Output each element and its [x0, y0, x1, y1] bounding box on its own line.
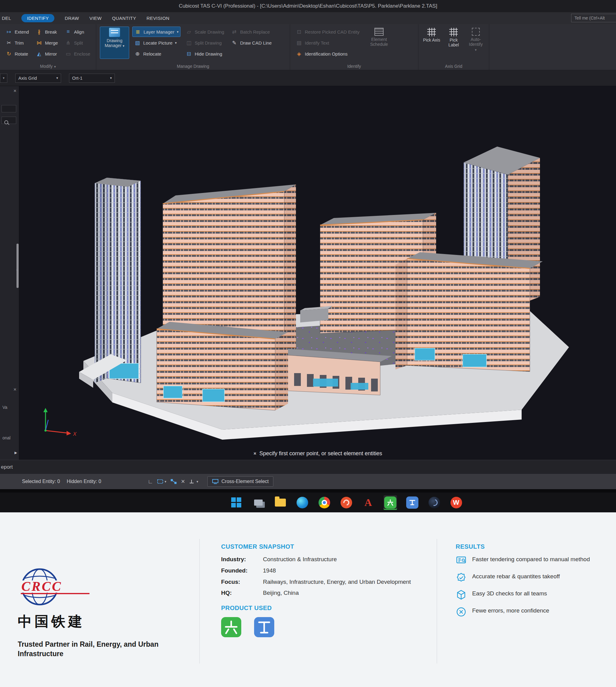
- close-icon[interactable]: ×: [14, 88, 17, 94]
- edge-icon[interactable]: [295, 495, 309, 510]
- pick-crosshair-icon: +: [251, 450, 258, 457]
- scale-drawing-button[interactable]: ▱Scale Drawing: [183, 26, 226, 37]
- panel-expand-icon[interactable]: ▸: [14, 449, 17, 456]
- axis-grid-dropdown[interactable]: Axis Grid ▾: [15, 73, 61, 83]
- group-label-modify[interactable]: Modify▾: [0, 64, 96, 69]
- auto-identify-button[interactable]: Auto-Identify ▾: [466, 26, 485, 52]
- identify-text-icon: ▤: [295, 40, 302, 46]
- panel-partial-label: onal: [2, 436, 10, 440]
- extend-button[interactable]: ↦Extend: [4, 26, 31, 37]
- locate-picture-icon: ▧: [134, 40, 141, 46]
- panel-search-input[interactable]: [2, 117, 16, 124]
- glass-canopy: [313, 379, 338, 386]
- hidden-entity-count: Hidden Entity: 0: [67, 479, 102, 484]
- ribbon-tabs: DEL IDENTIFY DRAW VIEW QUANTITY REVISION: [0, 14, 170, 22]
- chevron-down-icon: ▾: [475, 48, 477, 52]
- identification-options-icon: ◈: [295, 51, 302, 57]
- tab-revision[interactable]: REVISION: [147, 16, 170, 21]
- break-button[interactable]: ∦Break: [34, 26, 60, 37]
- locate-picture-button[interactable]: ▧Locate Picture▾: [132, 38, 180, 48]
- offset-select-icon[interactable]: ▾: [189, 479, 198, 485]
- pick-axis-button[interactable]: Pick Axis: [422, 26, 441, 52]
- windows-start-icon[interactable]: [230, 495, 243, 510]
- quick-toolbar: ▾ Axis Grid ▾ Ort-1 ▾: [0, 70, 616, 86]
- dark-globe-app-icon[interactable]: [427, 495, 441, 510]
- snapshot-row-focus: Focus: Railways, Infrastructure, Energy,…: [221, 578, 418, 585]
- batch-replace-button[interactable]: ⇄Batch Replace: [229, 26, 273, 37]
- drawing-manager-button[interactable]: Drawing Manager ▾: [100, 26, 129, 59]
- close-icon[interactable]: ×: [14, 386, 17, 393]
- tab-identify[interactable]: IDENTIFY: [21, 14, 54, 22]
- angle-snap-icon[interactable]: ∟: [148, 479, 153, 485]
- task-view-icon[interactable]: [252, 495, 265, 510]
- pick-label-button[interactable]: Pick Label: [444, 26, 463, 52]
- tell-me-box[interactable]: Tell me (Ctrl+Alt: [571, 14, 616, 22]
- button-label: Batch Replace: [240, 29, 270, 35]
- row-label: HQ:: [221, 589, 263, 597]
- panel-dropdown[interactable]: [2, 105, 16, 112]
- split-drawing-icon: ◫: [185, 40, 192, 46]
- button-label: Merge: [45, 40, 58, 45]
- row-value: Railways, Infrastructure, Energy, and Ur…: [263, 578, 416, 585]
- tab-view[interactable]: VIEW: [89, 16, 102, 21]
- panel-collapse-arrow-icon[interactable]: ‹: [16, 267, 18, 272]
- button-label: Cross-Element Select: [221, 479, 269, 484]
- autocad-icon[interactable]: A: [361, 495, 375, 510]
- mirror-button[interactable]: ◭Mirror: [34, 48, 60, 59]
- enclose-button[interactable]: ▭Enclose: [63, 48, 92, 59]
- mini-dropdown[interactable]: ▾: [0, 73, 7, 83]
- cross-element-select-button[interactable]: Cross-Element Select: [207, 476, 273, 487]
- chevron-down-icon: ▾: [196, 480, 198, 484]
- button-label: Restore Picked CAD Entity: [305, 29, 359, 35]
- draw-cad-line-button[interactable]: ✎Draw CAD Line: [229, 38, 273, 48]
- merge-button[interactable]: ⋈Merge: [34, 38, 60, 48]
- customer-snapshot-block: CUSTOMER SNAPSHOT Industry: Construction…: [221, 543, 418, 637]
- layer-manager-button[interactable]: ≣Layer Manager▾: [132, 26, 180, 37]
- align-button[interactable]: ≡Align: [63, 26, 92, 37]
- trim-icon: ✂: [5, 40, 12, 46]
- view-orientation-dropdown[interactable]: Ort-1 ▾: [69, 73, 115, 83]
- cubicost-tas-icon[interactable]: [383, 495, 397, 510]
- tab-model[interactable]: DEL: [2, 16, 11, 21]
- scrollbar[interactable]: [17, 244, 19, 288]
- cubicost-trb-icon[interactable]: [405, 495, 419, 510]
- row-value: Beijing, China: [263, 589, 416, 597]
- tendering-icon: [456, 555, 467, 566]
- button-label: Layer Manager: [144, 29, 174, 35]
- tab-draw[interactable]: DRAW: [65, 16, 79, 21]
- pick-label-icon: [449, 28, 458, 36]
- rotate-button[interactable]: ↻Rotate: [4, 48, 31, 59]
- split-button[interactable]: ⋔Split: [63, 38, 92, 48]
- 3d-viewport[interactable]: × ‹ × Va onal ▸: [0, 86, 616, 460]
- file-explorer-icon[interactable]: [273, 495, 287, 510]
- button-label: Draw CAD Line: [240, 40, 271, 45]
- element-schedule-button[interactable]: Element Schedule: [364, 26, 394, 59]
- hide-drawing-button[interactable]: ⊟Hide Drawing: [183, 48, 226, 59]
- split-drawing-button[interactable]: ◫Split Drawing: [183, 38, 226, 48]
- auto-identify-icon: [472, 28, 480, 36]
- wps-icon[interactable]: W: [449, 495, 463, 510]
- row-value: 1948: [263, 567, 416, 574]
- row-value: Construction & Infrastructure: [263, 556, 416, 563]
- product-used-heading: PRODUCT USED: [221, 604, 418, 612]
- building-left-tower: [95, 178, 141, 383]
- button-label: Identification Options: [305, 51, 348, 57]
- restore-picked-cad-entity-button[interactable]: ⊡Restore Picked CAD Entity: [294, 26, 361, 37]
- red-app-icon[interactable]: [339, 495, 353, 510]
- clear-selection-icon[interactable]: ×: [181, 478, 185, 486]
- button-label: Hide Drawing: [195, 51, 222, 57]
- linked-select-icon[interactable]: [170, 479, 177, 485]
- chevron-down-icon: ▾: [177, 30, 179, 34]
- report-tab[interactable]: eport: [1, 464, 13, 470]
- identification-options-button[interactable]: ◈Identification Options: [294, 48, 361, 59]
- identify-text-button[interactable]: ▤Identify Text: [294, 38, 361, 48]
- axis-gizmo: X: [43, 408, 76, 437]
- tab-quantity[interactable]: QUANTITY: [112, 16, 136, 21]
- box-select-icon[interactable]: ▾: [157, 479, 167, 485]
- button-label: Identify Text: [305, 40, 329, 45]
- trim-button[interactable]: ✂Trim: [4, 38, 31, 48]
- status-bar: Selected Entity: 0 Hidden Entity: 0 ∟ ▾ …: [0, 474, 616, 489]
- chrome-icon[interactable]: [317, 495, 331, 510]
- selected-entity-count: Selected Entity: 0: [22, 479, 60, 484]
- relocate-button[interactable]: ⊕Relocate: [132, 48, 180, 59]
